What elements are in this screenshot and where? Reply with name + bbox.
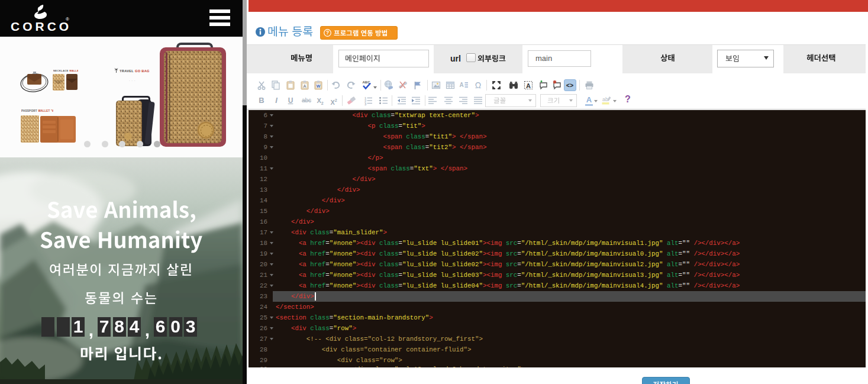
svg-text:TRAVEL GO BAG: TRAVEL GO BAG bbox=[120, 69, 150, 73]
svg-text:A: A bbox=[526, 82, 531, 89]
svg-text:PASSPORT WALLET 'V': PASSPORT WALLET 'V' bbox=[21, 109, 53, 112]
svg-text:3: 3 bbox=[364, 102, 366, 106]
svg-text:A: A bbox=[303, 83, 306, 89]
svg-text:- - -: - - - bbox=[129, 79, 135, 81]
svg-text:W: W bbox=[317, 84, 321, 88]
svg-text:?: ? bbox=[326, 30, 329, 36]
svg-text:NECKLACE WALLET: NECKLACE WALLET bbox=[53, 69, 78, 72]
svg-text:Ω: Ω bbox=[475, 80, 481, 90]
svg-text:ab: ab bbox=[602, 96, 608, 102]
svg-text:A: A bbox=[459, 82, 463, 88]
svg-text:<>: <> bbox=[566, 82, 574, 89]
